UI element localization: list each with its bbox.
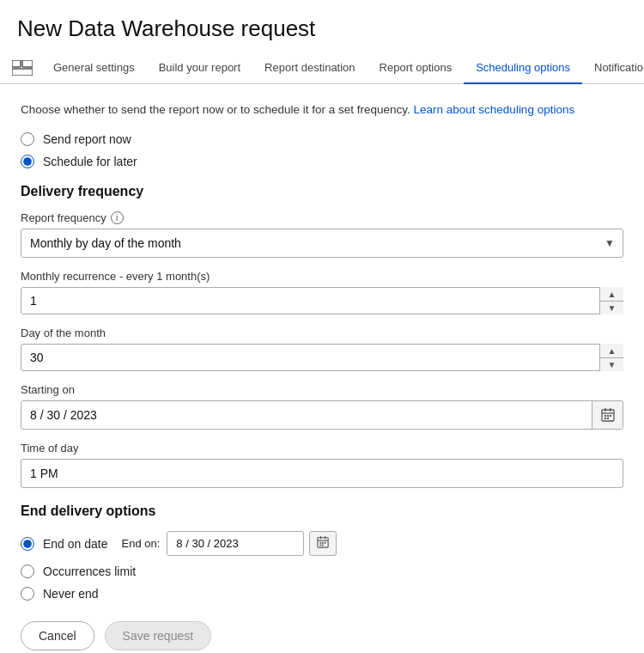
svg-rect-18 [325,542,326,544]
time-of-day-group: Time of day [21,442,623,488]
tab-bar: General settings Build your report Repor… [0,52,644,84]
starting-on-input[interactable] [21,400,623,430]
radio-occurrences-input[interactable] [21,565,34,578]
radio-end-on-date-label: End on date [43,537,108,551]
end-on-calendar-button[interactable] [309,531,337,556]
monthly-recurrence-input[interactable] [21,287,623,314]
radio-never-end-label: Never end [43,587,99,601]
svg-rect-11 [607,418,609,419]
radio-send-now-input[interactable] [21,132,34,146]
tab-notification[interactable]: Notification email [582,52,644,84]
report-frequency-select-wrapper: Once Daily Weekly Monthly by day of the … [21,229,623,258]
end-on-date-inline: End on: [122,531,337,556]
page-title: New Data Warehouse request [0,0,644,52]
day-spinner-buttons: ▲ ▼ [599,344,623,371]
svg-rect-8 [607,415,609,417]
radio-schedule-later-input[interactable] [21,155,34,168]
tab-scheduling[interactable]: Scheduling options [464,52,582,84]
calendar-icon [601,408,615,422]
svg-rect-9 [610,415,611,417]
learn-more-link[interactable]: Learn about scheduling options [414,103,575,116]
main-content: Choose whether to send the report now or… [0,84,644,653]
day-of-month-spinner: ▲ ▼ [21,344,623,371]
radio-end-on-date[interactable]: End on date [21,537,108,551]
tab-general[interactable]: General settings [41,52,147,84]
svg-rect-19 [320,545,322,546]
end-section-title: End delivery options [21,503,623,519]
monthly-recurrence-group: Monthly recurrence - every 1 month(s) ▲ … [21,270,623,314]
radio-send-now[interactable]: Send report now [21,132,623,146]
save-button[interactable]: Save request [105,621,212,650]
radio-occurrences[interactable]: Occurrences limit [21,565,623,578]
starting-on-date-wrapper [21,400,623,430]
radio-never-end-input[interactable] [21,587,34,601]
cancel-button[interactable]: Cancel [21,621,94,650]
description-text: Choose whether to send the report now or… [21,101,623,119]
radio-never-end[interactable]: Never end [21,587,623,601]
day-spinner-up-button[interactable]: ▲ [600,344,623,358]
monthly-recurrence-spinner: ▲ ▼ [21,287,623,314]
spinner-down-button[interactable]: ▼ [600,302,623,315]
footer-buttons: Cancel Save request [21,621,623,650]
end-on-date-row: End on date End on: [21,531,623,556]
radio-occurrences-label: Occurrences limit [43,565,136,578]
report-frequency-group: Report frequency i Once Daily Weekly Mon… [21,211,623,258]
starting-on-group: Starting on [21,383,623,430]
svg-rect-0 [12,60,21,67]
svg-rect-10 [605,418,606,419]
end-on-date-input[interactable] [167,531,304,556]
end-on-label: End on: [122,537,161,550]
svg-rect-17 [322,542,324,544]
starting-on-calendar-button[interactable] [592,401,623,429]
tab-build[interactable]: Build your report [147,52,252,84]
svg-rect-16 [320,542,322,544]
tab-destination[interactable]: Report destination [252,52,368,84]
radio-send-now-label: Send report now [43,132,131,146]
time-of-day-label: Time of day [21,442,623,455]
svg-rect-20 [322,545,324,546]
tab-options[interactable]: Report options [368,52,465,84]
send-mode-group: Send report now Schedule for later [21,132,623,168]
svg-rect-1 [22,60,33,67]
svg-rect-2 [12,69,33,76]
radio-schedule-later[interactable]: Schedule for later [21,155,623,168]
report-frequency-select[interactable]: Once Daily Weekly Monthly by day of the … [21,229,623,258]
spinner-buttons: ▲ ▼ [599,287,623,314]
day-of-month-label: Day of the month [21,326,623,339]
report-frequency-label: Report frequency i [21,211,623,224]
calendar-icon-end [317,536,329,548]
spinner-up-button[interactable]: ▲ [600,287,623,302]
tab-icon [7,52,38,83]
starting-on-label: Starting on [21,383,623,396]
time-of-day-input[interactable] [21,459,623,488]
radio-end-on-date-input[interactable] [21,537,34,551]
day-of-month-input[interactable] [21,344,623,371]
day-spinner-down-button[interactable]: ▼ [600,358,623,372]
day-of-month-group: Day of the month ▲ ▼ [21,326,623,371]
monthly-recurrence-label: Monthly recurrence - every 1 month(s) [21,270,623,283]
svg-rect-7 [605,415,606,417]
delivery-section-title: Delivery frequency [21,184,623,199]
radio-schedule-later-label: Schedule for later [43,155,137,168]
end-options-group: End on date End on: [21,531,623,601]
info-icon[interactable]: i [111,211,124,224]
